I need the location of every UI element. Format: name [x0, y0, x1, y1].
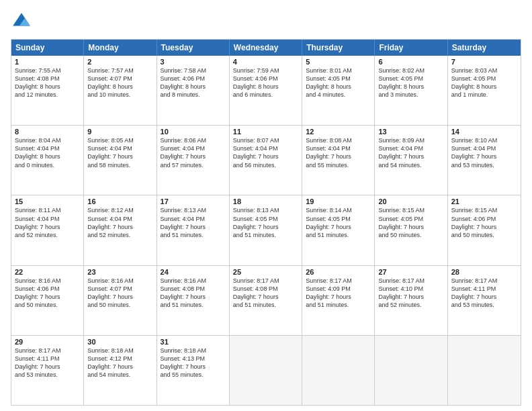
cell-data: Sunrise: 8:07 AM Sunset: 4:04 PM Dayligh… [233, 136, 298, 169]
cal-cell-26: 26Sunrise: 8:17 AM Sunset: 4:09 PM Dayli… [302, 266, 375, 335]
day-number: 3 [161, 58, 226, 66]
cal-cell-8: 8Sunrise: 8:04 AM Sunset: 4:04 PM Daylig… [11, 126, 84, 195]
cal-cell-20: 20Sunrise: 8:15 AM Sunset: 4:05 PM Dayli… [375, 195, 447, 265]
cal-cell-22: 22Sunrise: 8:16 AM Sunset: 4:06 PM Dayli… [11, 266, 84, 335]
cal-header-monday: Monday [84, 40, 157, 56]
cal-cell-9: 9Sunrise: 8:05 AM Sunset: 4:04 PM Daylig… [84, 126, 157, 195]
logo-icon [11, 11, 32, 32]
day-number: 16 [87, 197, 152, 205]
cell-data: Sunrise: 8:17 AM Sunset: 4:11 PM Dayligh… [451, 277, 517, 310]
cell-data: Sunrise: 8:09 AM Sunset: 4:04 PM Dayligh… [378, 136, 443, 169]
cal-cell-1: 1Sunrise: 7:55 AM Sunset: 4:08 PM Daylig… [11, 56, 84, 125]
cal-cell-11: 11Sunrise: 8:07 AM Sunset: 4:04 PM Dayli… [230, 126, 302, 195]
cell-data: Sunrise: 8:16 AM Sunset: 4:06 PM Dayligh… [15, 277, 80, 310]
day-number: 2 [87, 58, 152, 66]
cal-cell-5: 5Sunrise: 8:01 AM Sunset: 4:05 PM Daylig… [302, 56, 375, 125]
day-number: 7 [451, 58, 517, 66]
cell-data: Sunrise: 8:02 AM Sunset: 4:05 PM Dayligh… [378, 66, 443, 99]
cal-cell-14: 14Sunrise: 8:10 AM Sunset: 4:04 PM Dayli… [448, 126, 521, 195]
cal-header-saturday: Saturday [448, 40, 521, 56]
calendar: SundayMondayTuesdayWednesdayThursdayFrid… [11, 39, 521, 406]
cal-cell-23: 23Sunrise: 8:16 AM Sunset: 4:07 PM Dayli… [84, 266, 157, 335]
cal-cell-19: 19Sunrise: 8:14 AM Sunset: 4:05 PM Dayli… [302, 195, 375, 265]
cal-cell-empty-3 [230, 336, 302, 405]
cell-data: Sunrise: 8:16 AM Sunset: 4:07 PM Dayligh… [87, 277, 152, 310]
day-number: 8 [15, 128, 80, 136]
day-number: 17 [161, 197, 226, 205]
cell-data: Sunrise: 8:12 AM Sunset: 4:04 PM Dayligh… [87, 206, 152, 239]
cal-header-wednesday: Wednesday [230, 40, 302, 56]
cell-data: Sunrise: 8:06 AM Sunset: 4:04 PM Dayligh… [161, 136, 226, 169]
cal-row-4: 29Sunrise: 8:17 AM Sunset: 4:11 PM Dayli… [11, 335, 521, 405]
cal-cell-16: 16Sunrise: 8:12 AM Sunset: 4:04 PM Dayli… [84, 195, 157, 265]
cell-data: Sunrise: 8:17 AM Sunset: 4:10 PM Dayligh… [378, 277, 443, 310]
day-number: 9 [87, 128, 152, 136]
day-number: 22 [15, 268, 80, 276]
day-number: 1 [15, 58, 80, 66]
cal-cell-10: 10Sunrise: 8:06 AM Sunset: 4:04 PM Dayli… [157, 126, 230, 195]
cal-cell-25: 25Sunrise: 8:17 AM Sunset: 4:08 PM Dayli… [230, 266, 302, 335]
cell-data: Sunrise: 8:15 AM Sunset: 4:06 PM Dayligh… [451, 206, 517, 239]
day-number: 14 [451, 128, 517, 136]
cal-row-1: 8Sunrise: 8:04 AM Sunset: 4:04 PM Daylig… [11, 125, 521, 195]
cal-cell-15: 15Sunrise: 8:11 AM Sunset: 4:04 PM Dayli… [11, 195, 84, 265]
day-number: 12 [306, 128, 371, 136]
cal-cell-6: 6Sunrise: 8:02 AM Sunset: 4:05 PM Daylig… [375, 56, 447, 125]
cell-data: Sunrise: 8:10 AM Sunset: 4:04 PM Dayligh… [451, 136, 517, 169]
cal-cell-27: 27Sunrise: 8:17 AM Sunset: 4:10 PM Dayli… [375, 266, 447, 335]
day-number: 18 [233, 197, 298, 205]
cal-header-tuesday: Tuesday [157, 40, 230, 56]
cal-cell-28: 28Sunrise: 8:17 AM Sunset: 4:11 PM Dayli… [448, 266, 521, 335]
cal-cell-21: 21Sunrise: 8:15 AM Sunset: 4:06 PM Dayli… [448, 195, 521, 265]
day-number: 30 [87, 338, 152, 346]
day-number: 10 [161, 128, 226, 136]
cal-cell-empty-4 [302, 336, 375, 405]
cal-cell-empty-6 [448, 336, 521, 405]
cal-cell-24: 24Sunrise: 8:16 AM Sunset: 4:08 PM Dayli… [157, 266, 230, 335]
cal-cell-7: 7Sunrise: 8:03 AM Sunset: 4:05 PM Daylig… [448, 56, 521, 125]
day-number: 29 [15, 338, 80, 346]
page: SundayMondayTuesdayWednesdayThursdayFrid… [0, 0, 532, 411]
day-number: 21 [451, 197, 517, 205]
cell-data: Sunrise: 8:14 AM Sunset: 4:05 PM Dayligh… [306, 206, 371, 239]
cal-cell-17: 17Sunrise: 8:13 AM Sunset: 4:04 PM Dayli… [157, 195, 230, 265]
cal-cell-31: 31Sunrise: 8:18 AM Sunset: 4:13 PM Dayli… [157, 336, 230, 405]
cell-data: Sunrise: 8:01 AM Sunset: 4:05 PM Dayligh… [306, 66, 371, 99]
day-number: 13 [378, 128, 443, 136]
day-number: 24 [161, 268, 226, 276]
cell-data: Sunrise: 8:13 AM Sunset: 4:05 PM Dayligh… [233, 206, 298, 239]
cell-data: Sunrise: 8:05 AM Sunset: 4:04 PM Dayligh… [87, 136, 152, 169]
day-number: 31 [161, 338, 226, 346]
cell-data: Sunrise: 8:17 AM Sunset: 4:09 PM Dayligh… [306, 277, 371, 310]
cell-data: Sunrise: 8:03 AM Sunset: 4:05 PM Dayligh… [451, 66, 517, 99]
day-number: 15 [15, 197, 80, 205]
day-number: 27 [378, 268, 443, 276]
cell-data: Sunrise: 8:15 AM Sunset: 4:05 PM Dayligh… [378, 206, 443, 239]
cell-data: Sunrise: 7:58 AM Sunset: 4:06 PM Dayligh… [161, 66, 226, 99]
day-number: 23 [87, 268, 152, 276]
cell-data: Sunrise: 8:04 AM Sunset: 4:04 PM Dayligh… [15, 136, 80, 169]
day-number: 19 [306, 197, 371, 205]
cell-data: Sunrise: 8:18 AM Sunset: 4:13 PM Dayligh… [161, 347, 226, 379]
cal-cell-4: 4Sunrise: 7:59 AM Sunset: 4:06 PM Daylig… [230, 56, 302, 125]
cell-data: Sunrise: 7:55 AM Sunset: 4:08 PM Dayligh… [15, 66, 80, 99]
cal-header-sunday: Sunday [11, 40, 84, 56]
cal-header-thursday: Thursday [302, 40, 375, 56]
cal-cell-3: 3Sunrise: 7:58 AM Sunset: 4:06 PM Daylig… [157, 56, 230, 125]
cell-data: Sunrise: 8:11 AM Sunset: 4:04 PM Dayligh… [15, 206, 80, 239]
cell-data: Sunrise: 8:17 AM Sunset: 4:11 PM Dayligh… [15, 347, 80, 379]
cal-cell-13: 13Sunrise: 8:09 AM Sunset: 4:04 PM Dayli… [375, 126, 447, 195]
cal-header-friday: Friday [375, 40, 447, 56]
cell-data: Sunrise: 8:18 AM Sunset: 4:12 PM Dayligh… [87, 347, 152, 379]
day-number: 28 [451, 268, 517, 276]
cell-data: Sunrise: 8:13 AM Sunset: 4:04 PM Dayligh… [161, 206, 226, 239]
day-number: 26 [306, 268, 371, 276]
calendar-body: 1Sunrise: 7:55 AM Sunset: 4:08 PM Daylig… [11, 56, 521, 405]
cal-cell-29: 29Sunrise: 8:17 AM Sunset: 4:11 PM Dayli… [11, 336, 84, 405]
day-number: 20 [378, 197, 443, 205]
day-number: 11 [233, 128, 298, 136]
header [11, 11, 521, 32]
cell-data: Sunrise: 8:08 AM Sunset: 4:04 PM Dayligh… [306, 136, 371, 169]
cal-row-0: 1Sunrise: 7:55 AM Sunset: 4:08 PM Daylig… [11, 56, 521, 125]
cal-row-3: 22Sunrise: 8:16 AM Sunset: 4:06 PM Dayli… [11, 265, 521, 335]
